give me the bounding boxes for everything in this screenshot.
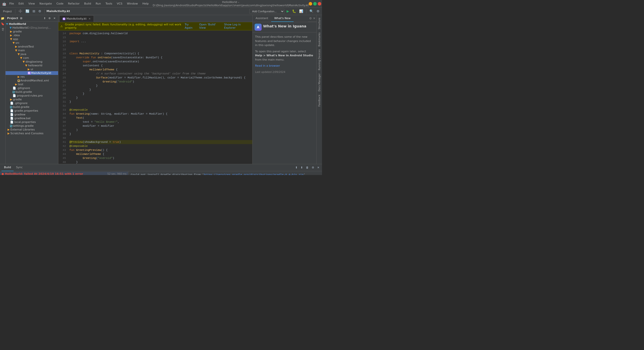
assistant-panel: Assistant What's New ⚙ ✕ A What's New in… [252,15,316,164]
bookmark-icon[interactable]: 🔖 [1,22,5,26]
right-panel-settings-button[interactable]: ⚙ [309,17,312,20]
tree-build-gradle-app[interactable]: G build.gradle [6,90,58,94]
read-in-browser-link[interactable]: Read in a browser [255,64,280,67]
tree-build-gradle-root[interactable]: G build.gradle [6,105,58,109]
project-panel-header: Project ⊞ ↕ ⚙ ✕ [6,15,58,22]
folder-icon: ▼ [25,64,27,67]
project-settings-icon[interactable]: ⚙ [48,16,52,20]
search-everywhere-icon[interactable]: 🔍 [308,9,314,14]
menu-tools[interactable]: Tools [104,2,113,6]
try-again-link[interactable]: Try Again [185,23,196,29]
tree-local-props[interactable]: 📄 local.properties [6,120,58,124]
tree-proguard[interactable]: 📄 proguard-rules.pro [6,94,58,98]
sync-tab[interactable]: Sync [14,164,25,171]
tree-helloworld-module[interactable]: ▼ HelloWorld D:\Ding.jiaxiong\... [6,26,58,30]
menu-code[interactable]: Code [55,2,64,6]
debug-button[interactable]: 🐛 [291,9,297,14]
tree-res[interactable]: ▶ res [6,75,58,79]
project-close-icon[interactable]: ✕ [53,16,57,20]
file-icon: 📄 [10,117,14,120]
tree-external-libs[interactable]: ▶ External Libraries [6,128,58,132]
bottom-settings-icon[interactable]: ⚙ [311,165,315,170]
build-tab[interactable]: Build [2,164,14,171]
tree-settings-gradle[interactable]: G settings.gradle [6,124,58,128]
tree-helloworld-pkg[interactable]: ▼ helloworld [6,64,58,67]
tree-helloworld-project[interactable]: ▼ HelloWorld [6,22,58,26]
menu-file[interactable]: File [8,2,15,6]
profile-button[interactable]: 📊 [298,9,304,14]
toolbar-sync-icon[interactable]: 🔄 [24,9,30,14]
build-item-failed[interactable]: ● HelloWorld: failed At 2024/4/19 16:51 … [0,172,128,175]
toolbar-layout-icon[interactable]: ⊞ [31,9,36,14]
menu-bar[interactable]: File Edit View Navigate Code Refactor Bu… [8,2,150,6]
module-icon: ▼ [10,26,12,29]
build-variants-icon[interactable]: BV [1,27,5,32]
docs-manager-tab[interactable]: Docs Manager [317,72,321,93]
window-controls[interactable] [309,2,321,6]
bottom-scroll-down-icon[interactable]: ⬇ [300,165,304,170]
tab-assistant[interactable]: Assistant [253,15,271,22]
menu-vcs[interactable]: VCS [116,2,123,6]
tree-androidmanifest[interactable]: X AndroidManifest.xml [6,79,58,82]
menu-edit[interactable]: Edit [17,2,25,6]
tree-gradle-props[interactable]: 📄 gradle.properties [6,109,58,113]
bottom-scroll-up-icon[interactable]: ⬆ [294,165,298,170]
minimize-button[interactable] [309,2,312,6]
right-panel-close-button[interactable]: ✕ [313,17,315,20]
tab-close-icon[interactable]: ✕ [89,17,91,20]
running-devices-tab[interactable]: Running Devices [317,48,321,72]
code-line-35: Text( [69,116,252,120]
menu-help[interactable]: Help [141,2,150,6]
toolbar-add-icon[interactable]: ➕ [17,9,23,14]
tree-gradlew[interactable]: 📄 gradlew [6,113,58,116]
toolbar-settings-icon[interactable]: ⚙ [37,9,42,14]
tree-gitignore-root[interactable]: 📄 .gitignore [6,101,58,105]
tree-androidtest[interactable]: ▶ androidTest [6,45,58,49]
code-text[interactable]: package com.dingjiaxiong.helloworld impo… [67,30,252,164]
tree-gradle-wrapper[interactable]: ▶ gradle [6,30,58,33]
editor-tab-mainactivity[interactable]: K MainActivity.kt ✕ [59,15,94,22]
tree-src[interactable]: ▼ src [6,41,58,45]
menu-build[interactable]: Build [83,2,92,6]
tree-mainactivity[interactable]: K MainActivity.kt [6,71,58,75]
menu-view[interactable]: View [27,2,36,6]
project-icon[interactable]: 📁 [1,16,5,21]
tree-app[interactable]: ▼ app [6,37,58,41]
tab-whats-new[interactable]: What's New [271,15,294,22]
bottom-close-icon[interactable]: ✕ [316,165,320,170]
menu-refactor[interactable]: Refactor [67,2,80,6]
menu-window[interactable]: Window [126,2,139,6]
project-tree-expand-icon[interactable]: ⊞ [19,16,23,20]
tree-main[interactable]: ▼ main [6,49,58,52]
tree-com[interactable]: ▼ com [6,56,58,60]
tree-test[interactable]: ▶ test [6,82,58,86]
tree-gradle-root[interactable]: ▶ gradle [6,98,58,101]
bottom-clear-icon[interactable]: 🗑 [305,165,310,170]
bc-mainactivity[interactable]: MainActivity.kt [47,10,70,13]
tree-java[interactable]: ▼ java [6,52,58,56]
bookmarks-tab[interactable]: Bookmarks [317,31,321,48]
settings-icon[interactable]: ⚙ [315,9,320,14]
menu-navigate[interactable]: Navigate [38,2,53,6]
toolbar-project-button[interactable]: Project [2,9,13,13]
tree-dingjiaxiong[interactable]: ▼ dingjiaxiong [6,60,58,64]
maximize-button[interactable] [313,2,317,6]
code-editor[interactable]: 14 15 16 17 18 19 20 21 22 23 24 25 26 2… [58,30,252,164]
project-sort-icon[interactable]: ↕ [43,16,47,20]
folder-icon: ▶ [10,98,12,101]
run-button[interactable]: ▶ [286,9,290,14]
tree-idea[interactable]: ▶ .idea [6,33,58,37]
show-log-link[interactable]: Show Log in Explorer [224,23,250,29]
tree-gitignore-app[interactable]: 📄 .gitignore [6,86,58,90]
tree-gradlew-bat[interactable]: 📄 gradlew.bat [6,116,58,120]
tree-scratches[interactable]: ▶ Scratches and Consoles [6,132,58,135]
open-build-view-link[interactable]: Open 'Build' View [199,23,221,29]
structure-tab[interactable]: Structure [317,16,321,31]
tree-ui[interactable]: ▶ ui [6,67,58,71]
feedback-tab[interactable]: Feedback [317,93,321,108]
close-button[interactable] [318,2,321,6]
gradle-distribution-link[interactable]: https://services.gradle.org/distribution… [204,173,303,175]
menu-run[interactable]: Run [95,2,102,6]
folder-icon: ▶ [8,128,10,131]
run-config-dropdown[interactable]: Add Configuration... [249,9,285,14]
